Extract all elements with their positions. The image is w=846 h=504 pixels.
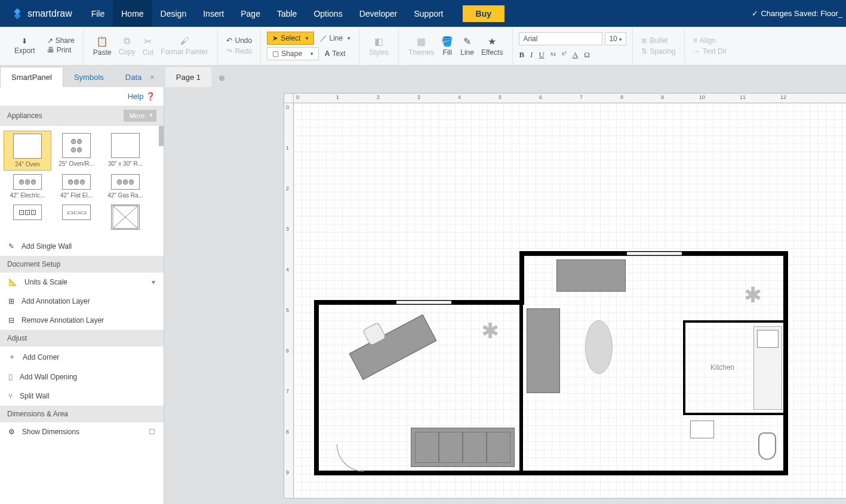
- cut-button[interactable]: ✂Cut: [139, 35, 157, 58]
- menu-home[interactable]: Home: [113, 0, 152, 27]
- export-button[interactable]: ⬇ Export: [11, 36, 39, 56]
- sink[interactable]: [757, 330, 779, 348]
- spacing-button[interactable]: ⇅Spacing: [639, 47, 678, 56]
- show-dimensions[interactable]: ⚙Show Dimensions☐: [0, 422, 164, 441]
- share-button[interactable]: ↗Share: [45, 36, 77, 45]
- toilet[interactable]: [758, 432, 776, 460]
- couch-bottom[interactable]: [411, 428, 515, 467]
- styles-button[interactable]: ◧Styles: [365, 35, 392, 58]
- window[interactable]: [396, 301, 451, 304]
- textdir-button[interactable]: →Text Dir: [691, 47, 730, 56]
- symbol-24-oven[interactable]: 24" Oven: [4, 131, 51, 171]
- tick: 5: [286, 307, 289, 313]
- menu-file[interactable]: File: [83, 0, 113, 27]
- help-link[interactable]: Help ❓: [0, 87, 164, 106]
- bullet-button[interactable]: ≣Bullet: [639, 36, 670, 45]
- wall[interactable]: [683, 320, 785, 323]
- line-style-button[interactable]: ✎Line: [457, 35, 478, 58]
- add-annotation[interactable]: ⊞Add Annotation Layer: [0, 292, 164, 311]
- symbol-42-elec[interactable]: ⊚⊚⊚42" Electric...: [4, 172, 51, 201]
- tick: 7: [286, 388, 289, 394]
- layer-remove-icon: ⊟: [8, 316, 14, 324]
- tab-page1[interactable]: Page 1: [165, 67, 211, 87]
- drawing-canvas[interactable]: 0 1 2 3 4 5 6 7 8 9 10 11 12 0 1 2 3 4 5: [284, 93, 846, 499]
- redo-button[interactable]: ↷Redo: [224, 47, 254, 56]
- bath-sink[interactable]: [690, 420, 714, 438]
- superscript-button[interactable]: x²: [562, 50, 567, 60]
- tab-symbols[interactable]: Symbols: [63, 67, 115, 87]
- tab-smartpanel[interactable]: SmartPanel: [0, 67, 63, 87]
- menu-page[interactable]: Page: [232, 0, 269, 27]
- format-painter-button[interactable]: 🖌Format Painter: [157, 35, 211, 58]
- font-color-button[interactable]: A: [573, 50, 578, 60]
- canvas-viewport[interactable]: 0 1 2 3 4 5 6 7 8 9 10 11 12 0 1 2 3 4 5: [164, 87, 846, 504]
- symbol-42-flat[interactable]: ⊚⊚⊚42" Flat El...: [53, 172, 100, 201]
- menu-support[interactable]: Support: [405, 0, 451, 27]
- menu-insert[interactable]: Insert: [195, 0, 232, 27]
- more-button[interactable]: More: [124, 110, 156, 122]
- symbol-extra2[interactable]: ▭▭▭: [53, 202, 100, 232]
- remove-annotation[interactable]: ⊟Remove Annotation Layer: [0, 311, 164, 330]
- wall[interactable]: [783, 251, 788, 475]
- add-wall-opening[interactable]: ⌷Add Wall Opening: [0, 367, 164, 386]
- buy-button[interactable]: Buy: [463, 5, 504, 22]
- wall[interactable]: [683, 320, 685, 413]
- tick: 2: [377, 94, 380, 100]
- undo-button[interactable]: ↶Undo: [224, 36, 254, 45]
- font-select[interactable]: Arial: [519, 32, 602, 45]
- plant-icon[interactable]: ✱: [744, 285, 762, 306]
- close-icon[interactable]: ×: [150, 73, 155, 82]
- menu-table[interactable]: Table: [269, 0, 305, 27]
- shape-tool[interactable]: ▢Shape▾: [267, 47, 319, 60]
- cooktop-icon: ▭▭▭: [62, 205, 91, 220]
- add-page-button[interactable]: ⊕: [211, 69, 232, 87]
- font-size-select[interactable]: 10 ▾: [605, 32, 626, 45]
- line-tool[interactable]: ／Line▾: [318, 32, 353, 45]
- select-tool[interactable]: ➤Select▾: [267, 32, 313, 45]
- scrollbar-thumb[interactable]: [159, 126, 164, 146]
- wall[interactable]: [314, 471, 524, 475]
- menu-options[interactable]: Options: [305, 0, 350, 27]
- desk[interactable]: [349, 314, 436, 380]
- tick: 4: [286, 267, 289, 273]
- effects-button[interactable]: ★Effects: [478, 35, 506, 58]
- units-scale[interactable]: 📐Units & Scale▾: [0, 273, 164, 292]
- add-single-wall[interactable]: ✎Add Single Wall: [0, 237, 164, 256]
- fill-button[interactable]: 🪣Fill: [438, 35, 457, 58]
- italic-button[interactable]: I: [530, 50, 533, 60]
- window[interactable]: [627, 252, 682, 255]
- themes-button[interactable]: ▦Themes: [405, 35, 438, 58]
- menu-design[interactable]: Design: [152, 0, 195, 27]
- align-button[interactable]: ≡Align: [691, 36, 718, 45]
- sofa-left[interactable]: [527, 308, 560, 393]
- sofa-top[interactable]: [556, 259, 626, 292]
- split-wall[interactable]: ⑂Split Wall: [0, 386, 164, 406]
- bold-button[interactable]: B: [519, 50, 524, 60]
- wall[interactable]: [683, 413, 785, 415]
- wall[interactable]: [519, 300, 523, 475]
- copy-button[interactable]: ⧉Copy: [115, 35, 139, 58]
- wall[interactable]: [519, 471, 788, 475]
- paste-button[interactable]: 📋Paste: [90, 35, 115, 58]
- door-arc[interactable]: [337, 444, 364, 472]
- text-tool[interactable]: AText: [322, 47, 348, 60]
- wall[interactable]: [314, 300, 319, 475]
- symbol-30x30[interactable]: 30" x 30" R...: [101, 131, 149, 171]
- add-corner[interactable]: ＋Add Corner: [0, 347, 164, 367]
- symbol-extra1[interactable]: ⊡⊡⊡: [4, 202, 51, 232]
- print-button[interactable]: 🖶Print: [45, 45, 77, 55]
- symbol-42-gas[interactable]: ⊚⊚⊚42" Gas Ra...: [101, 172, 149, 201]
- symbol-25-oven[interactable]: ⊚⊚⊚⊚25" Oven/R...: [53, 131, 100, 171]
- checkbox-icon[interactable]: ☐: [149, 428, 155, 436]
- symbol-extra3[interactable]: [101, 202, 149, 232]
- underline-button[interactable]: U: [539, 50, 544, 60]
- omega-button[interactable]: Ω: [584, 50, 590, 60]
- plant-icon[interactable]: ✱: [481, 320, 499, 342]
- subscript-button[interactable]: x₂: [550, 50, 556, 60]
- help-label: Help: [128, 92, 144, 101]
- tab-data[interactable]: Data×: [115, 67, 165, 87]
- wall[interactable]: [519, 251, 524, 300]
- rug[interactable]: [585, 320, 613, 374]
- menu-developer[interactable]: Developer: [351, 0, 406, 27]
- cooktop-icon: ⊚⊚⊚: [111, 174, 140, 190]
